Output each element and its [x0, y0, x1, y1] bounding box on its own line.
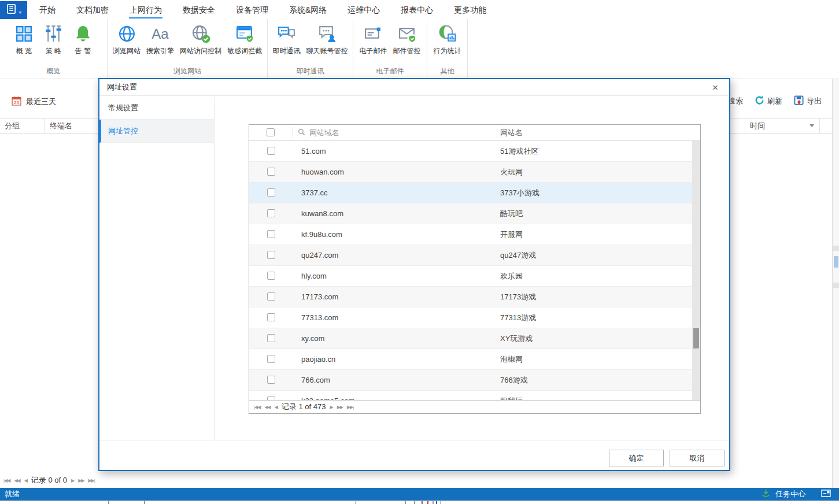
cancel-button[interactable]: 取消 — [670, 450, 725, 466]
pager-first-button[interactable]: |◀◀ — [254, 405, 260, 410]
row-checkbox[interactable] — [267, 209, 275, 217]
ribbon-item-policy[interactable]: 策 略 — [43, 22, 64, 57]
column-header-time[interactable]: 时间 — [745, 118, 820, 133]
domain-cell: 77313.com — [301, 307, 338, 328]
site-name-column-header[interactable]: 网站名 — [500, 125, 523, 140]
svg-text:23: 23 — [14, 100, 19, 105]
domain-search-input[interactable]: 网站域名 — [298, 125, 494, 140]
task-center-label: 任务中心 — [775, 489, 805, 499]
ribbon-group-browse-website: 浏览网站 Aa 搜索引擎 网站访问控制 敏感词拦截 — [108, 19, 268, 79]
table-row[interactable]: 766.com 766游戏 — [249, 370, 700, 391]
ribbon-item-instant-messaging[interactable]: 即时通讯 — [272, 22, 302, 57]
ribbon-item-behavior-stats[interactable]: 行为统计 — [433, 22, 463, 57]
ribbon-item-email[interactable]: 电子邮件 — [358, 22, 389, 57]
pager-prev-page-button[interactable]: ◀◀ — [14, 478, 20, 483]
url-table-header: 网站域名 网站名 — [249, 125, 700, 140]
dialog-close-button[interactable]: × — [708, 81, 722, 95]
row-checkbox[interactable] — [267, 292, 275, 301]
table-row[interactable]: kuwan8.com 酷玩吧 — [249, 203, 700, 224]
nav-general-settings[interactable]: 常规设置 — [99, 97, 214, 120]
ribbon-item-alert[interactable]: 告 警 — [72, 22, 94, 57]
row-checkbox[interactable] — [267, 376, 275, 384]
task-center-button[interactable]: 任务中心 — [762, 488, 831, 501]
table-row[interactable]: kf.9u8u.com 开服网 — [249, 224, 700, 245]
site-name-cell: 酷玩吧 — [500, 203, 523, 224]
sliders-icon — [44, 23, 63, 45]
ribbon-item-sensitive-word-block[interactable]: 敏感词拦截 — [226, 22, 263, 57]
table-row[interactable]: 17173.com 17173游戏 — [249, 287, 700, 307]
pager-first-button[interactable]: |◀◀ — [3, 478, 10, 483]
chevron-down-icon — [19, 12, 22, 14]
main-scrollbar-thumb[interactable] — [834, 256, 838, 268]
tab-system-network[interactable]: 系统&网络 — [279, 0, 337, 19]
pager-next-page-button[interactable]: ▶▶ — [78, 478, 84, 483]
row-checkbox[interactable] — [267, 230, 275, 238]
ok-button[interactable]: 确定 — [609, 450, 664, 466]
table-scrollbar[interactable] — [692, 141, 700, 401]
export-button[interactable]: 导出 — [794, 95, 822, 107]
tab-device-management[interactable]: 设备管理 — [226, 0, 279, 19]
ribbon-item-website-access-control[interactable]: 网站访问控制 — [179, 22, 223, 57]
tab-data-security[interactable]: 数据安全 — [172, 0, 226, 19]
app-menu-button[interactable] — [0, 1, 27, 19]
pager-prev-page-button[interactable]: ◀◀ — [264, 405, 270, 410]
pager-next-button[interactable]: ▶ — [71, 478, 74, 483]
row-checkbox[interactable] — [267, 251, 275, 259]
date-range-filter[interactable]: 23 最近三天 — [12, 95, 56, 108]
table-row[interactable]: qu247.com qu247游戏 — [249, 245, 700, 266]
domain-cell: xy.com — [301, 328, 324, 349]
column-header-group[interactable]: 分组 — [0, 118, 45, 133]
tab-ops-center[interactable]: 运维中心 — [337, 0, 390, 19]
row-checkbox[interactable] — [267, 334, 275, 342]
row-checkbox[interactable] — [267, 272, 275, 280]
url-table-body: 51.com 51游戏社区 huowan.com 火玩网 3737.cc 373… — [249, 141, 700, 401]
ribbon-item-mail-control[interactable]: 邮件管控 — [392, 22, 422, 57]
table-row[interactable]: hly.com 欢乐园 — [249, 266, 700, 287]
ribbon-item-overview[interactable]: 概 览 — [13, 22, 35, 57]
pager-record-text: 记录 0 of 0 — [31, 475, 67, 486]
chevron-down-icon[interactable] — [810, 124, 814, 127]
table-scrollbar-thumb[interactable] — [693, 327, 700, 349]
table-row[interactable]: huowan.com 火玩网 — [249, 162, 700, 183]
ribbon-item-chat-account-control[interactable]: 聊天账号管控 — [305, 22, 349, 57]
pager-prev-button[interactable]: ◀ — [275, 405, 278, 410]
document-icon — [6, 3, 17, 17]
message-icon[interactable] — [821, 490, 831, 499]
mail-shield-icon — [397, 23, 416, 45]
refresh-button[interactable]: 刷新 — [755, 95, 782, 107]
nav-url-control[interactable]: 网址管控 — [99, 120, 214, 143]
tab-start[interactable]: 开始 — [29, 0, 66, 19]
pager-last-button[interactable]: ▶▶| — [88, 478, 94, 483]
table-row[interactable]: 77313.com 77313游戏 — [249, 307, 700, 328]
chat-bubbles-icon — [277, 23, 296, 45]
main-pager: |◀◀ ◀◀ ◀ 记录 0 of 0 ▶ ▶▶ ▶▶| — [3, 475, 95, 486]
row-checkbox[interactable] — [267, 168, 275, 176]
tab-web-behavior[interactable]: 上网行为 — [119, 0, 172, 19]
pager-prev-button[interactable]: ◀ — [24, 478, 27, 483]
site-name-cell: 火玩网 — [500, 162, 523, 182]
download-icon — [762, 489, 770, 499]
row-checkbox[interactable] — [267, 188, 275, 197]
row-checkbox[interactable] — [267, 355, 275, 363]
calendar-icon: 23 — [12, 96, 21, 108]
table-row[interactable]: xy.com XY玩游戏 — [249, 328, 700, 349]
table-row[interactable]: 51.com 51游戏社区 — [249, 141, 700, 162]
tab-report-center[interactable]: 报表中心 — [390, 0, 443, 19]
table-row[interactable]: paojiao.cn 泡椒网 — [249, 349, 700, 370]
row-checkbox[interactable] — [267, 313, 275, 321]
ribbon-empty-area — [468, 19, 839, 79]
ribbon-item-browse-website[interactable]: 浏览网站 — [112, 22, 142, 57]
ribbon-group-instant-messaging: 即时通讯 聊天账号管控 即时通讯 — [268, 19, 353, 79]
pager-next-page-button[interactable]: ▶▶ — [337, 405, 343, 410]
domain-cell: qu247.com — [301, 245, 338, 265]
select-all-checkbox[interactable] — [267, 128, 275, 136]
tab-document-encryption[interactable]: 文档加密 — [66, 0, 119, 19]
ribbon-item-search-engine[interactable]: Aa 搜索引擎 — [145, 22, 175, 57]
tab-more-features[interactable]: 更多功能 — [443, 0, 497, 19]
main-scrollbar[interactable] — [832, 79, 839, 488]
pager-last-button[interactable]: ▶▶| — [347, 405, 353, 410]
table-row-selected[interactable]: 3737.cc 3737小游戏 — [249, 183, 700, 203]
close-icon: × — [712, 82, 718, 94]
pager-next-button[interactable]: ▶ — [330, 405, 332, 410]
row-checkbox[interactable] — [267, 147, 275, 155]
